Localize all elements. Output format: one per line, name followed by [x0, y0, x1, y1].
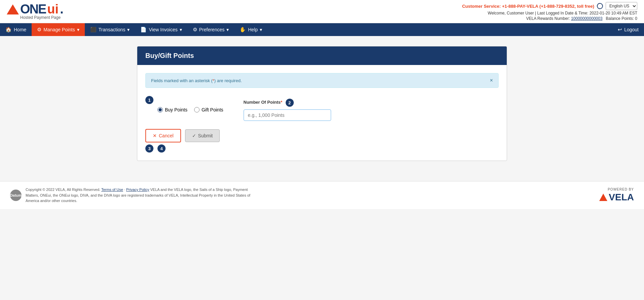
- points-input-wrapper: [244, 109, 331, 121]
- required-fields-alert: Fields marked with an asterisk (*) are r…: [145, 73, 499, 88]
- navbar: 🏠 Home ⚙ Manage Points ▾ ⬛ Transactions …: [0, 23, 644, 36]
- step2-badge: 2: [286, 99, 294, 107]
- buy-points-label: Buy Points: [165, 107, 187, 112]
- action-buttons-area: ✕ Cancel ✓ Submit 3 4: [145, 129, 499, 153]
- nav-spacer: [267, 23, 612, 36]
- customer-service: Customer Service: +1-888-PAY-VELA (+1-88…: [462, 2, 637, 10]
- nav-manage-points-label: Manage Points: [43, 27, 75, 32]
- transactions-chevron: ▾: [127, 27, 130, 32]
- rewards-label: VELA Rewards Number:: [526, 16, 570, 21]
- alert-close-button[interactable]: ×: [490, 77, 493, 84]
- footer-right: POWERED BY VELA: [599, 188, 634, 203]
- top-right-info: Customer Service: +1-888-PAY-VELA (+1-88…: [462, 2, 637, 21]
- logo-triangle-icon: [7, 4, 19, 14]
- step3-badge: 3: [145, 144, 153, 153]
- card-header: Buy/Gift Points: [137, 46, 507, 65]
- logo-area: ONEui. Hosted Payment Page: [7, 2, 64, 20]
- home-icon: 🏠: [5, 27, 12, 33]
- nav-transactions[interactable]: ⬛ Transactions ▾: [85, 23, 135, 36]
- page-title: Buy/Gift Points: [145, 52, 194, 59]
- footer-text: Copyright © 2022 VELA, All Rights Reserv…: [26, 187, 254, 204]
- manage-points-icon: ⚙: [37, 27, 41, 33]
- nav-logout-label: Logout: [624, 27, 639, 32]
- nav-help-label: Help: [248, 27, 258, 32]
- manage-points-chevron: ▾: [77, 27, 79, 32]
- privacy-link[interactable]: Privacy Policy: [126, 188, 149, 192]
- gift-points-option[interactable]: Gift Points: [194, 107, 223, 112]
- invoices-icon: 📄: [140, 27, 147, 33]
- card-body: Fields marked with an asterisk (*) are r…: [137, 65, 507, 161]
- submit-label: Submit: [198, 133, 213, 138]
- submit-button[interactable]: ✓ Submit: [185, 129, 220, 142]
- logo-subtitle: Hosted Payment Page: [20, 15, 64, 20]
- nav-help[interactable]: ✋ Help ▾: [234, 23, 267, 36]
- invoices-chevron: ▾: [180, 27, 182, 32]
- nav-view-invoices-label: View Invoices: [149, 27, 177, 32]
- transactions-icon: ⬛: [90, 27, 97, 33]
- nav-view-invoices[interactable]: 📄 View Invoices ▾: [135, 23, 187, 36]
- vela-triangle-icon: [599, 194, 607, 201]
- number-of-points-group: Number Of Points* 2: [244, 99, 331, 121]
- cancel-button[interactable]: ✕ Cancel: [145, 129, 181, 142]
- step1-badge: 1: [145, 96, 153, 104]
- gift-points-label: Gift Points: [202, 107, 223, 112]
- point-type-radio-group: Buy Points Gift Points Number Of Points*…: [157, 96, 331, 121]
- step1-section: 1 Buy Points Gift Points: [145, 96, 499, 121]
- number-of-points-label: Number Of Points* 2: [244, 99, 331, 107]
- btn-row: ✕ Cancel ✓ Submit: [145, 129, 499, 142]
- globe-icon: [597, 3, 603, 9]
- step-badges-row: 3 4: [145, 144, 499, 153]
- nav-logout[interactable]: ↩ Logout: [612, 23, 644, 36]
- help-icon: ✋: [240, 27, 246, 33]
- nav-home[interactable]: 🏠 Home: [0, 23, 32, 36]
- submit-check-icon: ✓: [192, 133, 196, 138]
- nav-manage-points[interactable]: ⚙ Manage Points ▾: [32, 23, 84, 36]
- logout-icon: ↩: [618, 27, 622, 33]
- buy-points-radio[interactable]: [157, 107, 163, 112]
- vela-brand: VELA: [599, 192, 634, 203]
- footer-separator: ·: [124, 188, 125, 192]
- nav-preferences[interactable]: ⚙ Preferences ▾: [187, 23, 234, 36]
- footer-left: Datum Copyright © 2022 VELA, All Rights …: [10, 187, 254, 204]
- rewards-number[interactable]: 10000000000003: [571, 16, 602, 21]
- rewards-line: VELA Rewards Number: 10000000000003 Bala…: [462, 16, 637, 21]
- logo-dot: .: [60, 2, 64, 16]
- nav-preferences-label: Preferences: [199, 27, 224, 32]
- customer-service-text: Customer Service: +1-888-PAY-VELA (+1-88…: [462, 4, 594, 9]
- main-content: Buy/Gift Points Fields marked with an as…: [130, 46, 514, 161]
- datum-logo: Datum: [10, 190, 22, 201]
- language-select[interactable]: English US: [606, 2, 637, 10]
- buy-points-option[interactable]: Buy Points: [157, 107, 187, 112]
- terms-link[interactable]: Terms of Use: [101, 188, 123, 192]
- preferences-chevron: ▾: [226, 27, 229, 32]
- balance-label: Balance Points: 0: [606, 16, 637, 21]
- logo-ui: ui: [47, 2, 59, 16]
- logo-one: ONE: [20, 2, 46, 16]
- nav-home-label: Home: [14, 27, 26, 32]
- footer: Datum Copyright © 2022 VELA, All Rights …: [0, 181, 644, 209]
- cancel-label: Cancel: [159, 133, 174, 138]
- buy-gift-points-card: Buy/Gift Points Fields marked with an as…: [137, 46, 507, 161]
- alert-message: Fields marked with an asterisk (*) are r…: [151, 78, 242, 83]
- powered-by-label: POWERED BY: [608, 188, 634, 191]
- cancel-x-icon: ✕: [153, 133, 157, 138]
- welcome-line: Welcome, Customer User | Last Logged In …: [462, 11, 637, 15]
- help-chevron: ▾: [260, 27, 262, 32]
- number-of-points-input[interactable]: [244, 109, 331, 121]
- logo: ONEui.: [7, 2, 64, 16]
- nav-transactions-label: Transactions: [99, 27, 126, 32]
- preferences-icon: ⚙: [193, 27, 197, 33]
- vela-text: VELA: [609, 192, 634, 203]
- step4-badge: 4: [157, 144, 166, 153]
- gift-points-radio[interactable]: [194, 107, 200, 112]
- top-bar: ONEui. Hosted Payment Page Customer Serv…: [0, 0, 644, 23]
